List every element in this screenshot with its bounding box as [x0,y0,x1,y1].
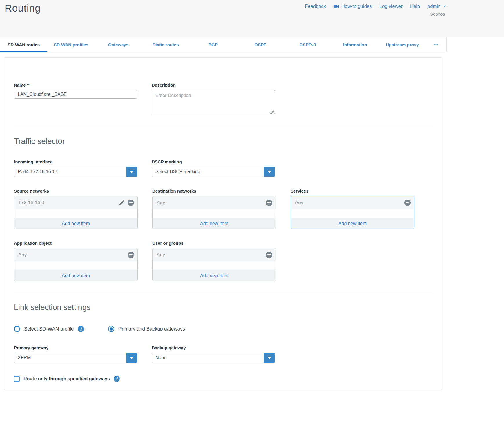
chevron-down-icon [130,357,134,359]
description-input[interactable] [152,90,275,114]
dropdown-button[interactable] [264,167,275,177]
chevron-down-icon [267,357,271,359]
incoming-interface-value: Port4-172.16.16.17 [14,169,126,174]
routing-page: Routing Feedback How-to guides Log viewe… [0,0,504,438]
user-or-groups-label: User or groups [152,241,276,246]
chevron-down-icon [130,171,134,173]
item-icons [404,200,411,206]
section-divider [14,127,432,127]
log-viewer-link[interactable]: Log viewer [379,3,403,9]
item-label: Any [157,252,266,258]
add-new-item-button[interactable]: Add new item [153,270,276,281]
item-label: Any [157,200,266,206]
list-empty-area [153,209,276,218]
brand-label: Sophos [430,12,445,17]
list-empty-area [14,261,137,270]
radio-primary-backup[interactable]: Primary and Backup gateways [108,326,185,332]
video-camera-icon [333,4,339,9]
item-label: Any [18,252,128,258]
radio-primary-backup-label[interactable]: Primary and Backup gateways [118,326,185,332]
list-item[interactable]: Any [291,196,414,209]
remove-icon[interactable] [266,200,272,206]
tab-sd-wan-profiles[interactable]: SD-WAN profiles [47,37,95,52]
interface-dscp-row: Incoming interface Port4-172.16.16.17 DS… [14,159,432,177]
tab-bgp[interactable]: BGP [189,37,237,52]
remove-icon[interactable] [128,200,134,206]
list-empty-area [153,261,276,270]
top-header: Routing Feedback How-to guides Log viewe… [0,0,504,37]
log-viewer-label: Log viewer [379,3,403,9]
backup-gateway-label: Backup gateway [152,345,275,350]
tab-static-routes[interactable]: Static routes [142,37,189,52]
tab-gateways[interactable]: Gateways [95,37,142,52]
info-icon[interactable]: i [78,326,84,332]
item-icons [266,252,272,258]
howto-guides-link[interactable]: How-to guides [333,3,372,9]
networks-row: Source networks 172.16.16.0 Add new item [14,189,432,229]
remove-icon[interactable] [266,252,272,258]
tab-ospfv3[interactable]: OSPFv3 [284,37,331,52]
link-selection-radios: Select SD-WAN profile i Primary and Back… [14,326,432,332]
services-label: Services [291,189,414,194]
dropdown-button[interactable] [126,167,137,177]
primary-gateway-select[interactable]: XFRM [14,353,137,363]
info-icon[interactable]: i [114,376,120,382]
header-links: Feedback How-to guides Log viewer Help a… [305,3,446,9]
admin-menu[interactable]: admin [427,3,446,9]
sd-wan-route-form: Name * Description Traffic selector Inco… [4,57,442,390]
add-new-item-button[interactable]: Add new item [291,218,414,229]
primary-gateway-value: XFRM [14,355,126,360]
route-only-row: Route only through specified gateways i [14,376,432,382]
howto-guides-label: How-to guides [341,3,372,9]
dscp-marking-select[interactable]: Select DSCP marking [152,167,275,177]
feedback-link[interactable]: Feedback [305,3,326,9]
radio-button-selected-icon[interactable] [108,326,114,332]
help-link[interactable]: Help [410,3,420,9]
list-item[interactable]: Any [153,196,276,209]
radio-sdwan-profile-label[interactable]: Select SD-WAN profile [24,326,74,332]
add-new-item-button[interactable]: Add new item [153,218,276,229]
tab-information[interactable]: Information [331,37,379,52]
list-item[interactable]: Any [14,248,137,261]
traffic-selector-heading: Traffic selector [14,137,432,146]
backup-gateway-select[interactable]: None [152,353,275,363]
incoming-interface-select[interactable]: Port4-172.16.16.17 [14,167,137,177]
list-empty-area [291,209,414,218]
dropdown-button[interactable] [264,353,275,363]
name-input[interactable] [14,90,137,99]
name-label: Name * [14,83,137,87]
gateways-row: Primary gateway XFRM Backup gateway None [14,345,432,363]
add-new-item-button[interactable]: Add new item [14,218,137,229]
remove-icon[interactable] [404,200,411,206]
dropdown-button[interactable] [126,353,137,363]
tab-upstream-proxy[interactable]: Upstream proxy [379,37,426,52]
item-label: 172.16.16.0 [18,200,119,206]
radio-button-icon[interactable] [14,326,20,332]
list-item[interactable]: 172.16.16.0 [14,196,137,209]
item-icons [128,252,134,258]
route-only-checkbox[interactable] [14,376,20,382]
radio-sdwan-profile[interactable]: Select SD-WAN profile i [14,326,84,332]
chevron-down-icon [267,171,271,173]
tab-ospf[interactable]: OSPF [237,37,284,52]
tab-more-button[interactable]: ••• [426,37,446,52]
list-empty-area [14,209,137,218]
name-description-row: Name * Description [14,83,432,115]
dscp-marking-label: DSCP marking [152,159,275,164]
dscp-marking-value: Select DSCP marking [152,169,264,174]
backup-gateway-value: None [152,355,264,360]
feedback-label: Feedback [305,3,326,9]
item-icons [119,200,134,206]
item-label: Any [295,200,404,206]
services-box: Any Add new item [291,196,414,229]
source-networks-label: Source networks [14,189,138,194]
tab-sd-wan-routes[interactable]: SD-WAN routes [0,37,47,52]
section-divider [14,293,432,293]
source-networks-box: 172.16.16.0 Add new item [14,196,138,229]
edit-icon[interactable] [119,200,125,206]
incoming-interface-label: Incoming interface [14,159,137,164]
list-item[interactable]: Any [153,248,276,261]
link-selection-heading: Link selection settings [14,303,432,312]
add-new-item-button[interactable]: Add new item [14,270,137,281]
remove-icon[interactable] [128,252,134,258]
